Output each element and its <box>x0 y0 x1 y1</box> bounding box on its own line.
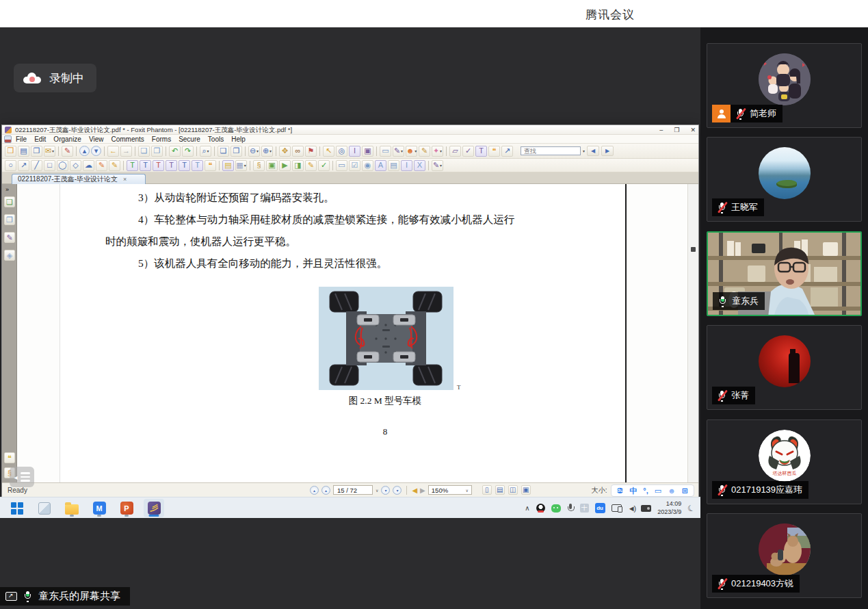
prev-view-icon[interactable]: ❏ <box>218 146 229 157</box>
close-button[interactable]: ✕ <box>690 127 696 133</box>
rect-highlight-icon[interactable]: ▱ <box>449 146 461 157</box>
next-view-button[interactable]: ▶ <box>420 487 425 494</box>
menu-comments[interactable]: Comments <box>111 135 144 143</box>
comment-list-icon[interactable]: ❝ <box>4 452 15 463</box>
squiggly-text-icon[interactable]: T <box>166 160 177 171</box>
radio-field-icon[interactable]: ◉ <box>362 160 373 171</box>
extract-page-icon[interactable]: ❐ <box>151 146 163 157</box>
ime-punctuation-icon[interactable]: °, <box>643 487 648 495</box>
taskbar-clock[interactable]: 14:09 2023/3/9 <box>657 500 681 516</box>
meeting-overlay-handle[interactable]: ◂ <box>10 467 34 487</box>
document-tab[interactable]: 022118207-王茂鑫-毕业设计论文 × <box>12 174 146 184</box>
document-page[interactable]: 3）从动齿轮附近还预留了编码器安装孔。 4）车轮整体与动力轴采用硅胶材质的减震垫… <box>60 184 627 482</box>
pages-panel-icon[interactable]: ❐ <box>4 214 15 225</box>
verify-icon[interactable]: ✓ <box>318 160 330 171</box>
zoom-out-icon[interactable]: ⊖▾ <box>248 146 260 157</box>
find-input[interactable] <box>521 146 581 155</box>
insert-text-icon[interactable]: T <box>192 160 203 171</box>
circle-shape-icon[interactable]: ○ <box>5 160 16 171</box>
typewriter-icon[interactable]: T <box>475 146 487 157</box>
page-number-box[interactable]: 15 / 72 <box>333 485 373 495</box>
push-button-field-icon[interactable]: ▭ <box>336 160 347 171</box>
combo-field-icon[interactable]: A <box>375 160 386 171</box>
start-button[interactable] <box>7 499 27 517</box>
oval-shape-icon[interactable]: ◯ <box>57 160 68 171</box>
next-page-button[interactable]: ▾ <box>381 486 390 495</box>
menu-tools[interactable]: Tools <box>208 135 224 143</box>
select-text-icon[interactable]: I <box>349 146 360 157</box>
search-icon[interactable]: ◎ <box>336 146 347 157</box>
qq-tray-icon[interactable] <box>536 504 545 513</box>
replace-text-icon[interactable]: T <box>179 160 190 171</box>
sticky-note-icon[interactable]: ▤ <box>222 160 234 171</box>
cast-device-tray-icon[interactable] <box>611 504 622 512</box>
cloud-shape-icon[interactable]: ☁ <box>83 160 94 171</box>
undo-icon[interactable]: ↶ <box>169 146 181 157</box>
page-dropdown-icon[interactable]: ∨ <box>376 488 378 493</box>
pattern-icon[interactable]: ▦▾ <box>235 160 247 171</box>
single-page-view-icon[interactable]: ▯ <box>482 485 492 495</box>
bookmark-flag-icon[interactable]: ⚑ <box>305 146 317 157</box>
participant-tile[interactable]: 简老师 <box>707 43 862 128</box>
ime-profile-icon[interactable]: ☻ <box>668 487 676 495</box>
night-mode-icon[interactable]: ☾ <box>686 502 696 514</box>
continuous-view-icon[interactable]: ▤ <box>495 485 505 495</box>
protect-icon[interactable]: ✦▾ <box>432 146 443 157</box>
find-dropdown-icon[interactable]: ▾ <box>583 148 585 153</box>
pdf-window-titlebar[interactable]: 022118207-王茂鑫-毕业设计论文.pdf * - Foxit Phant… <box>2 125 698 135</box>
menu-file[interactable]: File <box>16 135 27 143</box>
participant-tile[interactable]: 王晓军 <box>707 137 862 222</box>
insert-image-icon[interactable]: ▣ <box>266 160 278 171</box>
camera-tray-icon[interactable] <box>641 505 651 512</box>
menu-view[interactable]: View <box>89 135 104 143</box>
x-field-icon[interactable]: X <box>414 160 425 171</box>
page-down-icon[interactable]: ▾ <box>91 146 101 156</box>
ime-mode-chinese-icon[interactable]: 中 <box>629 487 637 495</box>
prev-page-button[interactable]: ▴ <box>321 486 330 495</box>
ime-virtual-keyboard-icon[interactable]: ▭ <box>655 487 661 495</box>
signature-icon[interactable]: ✎ <box>62 146 73 157</box>
rect-shape-icon[interactable]: □ <box>44 160 55 171</box>
tab-close-icon[interactable]: × <box>123 176 127 183</box>
bookmarks-panel-icon[interactable]: ❏ <box>4 196 15 207</box>
zoom-tool-icon[interactable]: ⌕▾ <box>200 146 211 157</box>
menu-edit[interactable]: Edit <box>34 135 46 143</box>
select-tool-icon[interactable]: ↖ <box>323 146 334 157</box>
print-icon[interactable]: ❐ <box>31 146 42 157</box>
cert-sign-icon[interactable]: ✎▾ <box>432 160 443 171</box>
pdf-sign-icon[interactable]: ✎ <box>305 160 317 171</box>
comment-icon[interactable]: ❝ <box>488 146 500 157</box>
taskbar-meeting-app[interactable]: M <box>89 499 109 517</box>
text-field-icon[interactable]: I <box>401 160 412 171</box>
highlighter-icon[interactable]: ✎ <box>109 160 120 171</box>
polygon-shape-icon[interactable]: ◇ <box>70 160 81 171</box>
zoom-level-box[interactable]: 150% ∨ <box>428 485 472 495</box>
attach-file-icon[interactable]: § <box>253 160 265 171</box>
microphone-tray-icon[interactable] <box>567 504 574 513</box>
share-icon[interactable]: ↗ <box>501 146 513 157</box>
menu-forms[interactable]: Forms <box>152 135 171 143</box>
tray-expand-icon[interactable]: ∧ <box>525 504 529 512</box>
list-field-icon[interactable]: ▤ <box>388 160 399 171</box>
find-next-button[interactable]: ▶ <box>601 146 614 156</box>
arrow-shape-icon[interactable]: ↗ <box>18 160 29 171</box>
taskbar-powerpoint[interactable]: P <box>116 499 137 517</box>
next-view-icon[interactable]: ❐ <box>231 146 242 157</box>
insert-video-icon[interactable]: ▶ <box>279 160 291 171</box>
menu-secure[interactable]: Secure <box>179 135 200 143</box>
layers-panel-icon[interactable]: ◈ <box>4 250 15 261</box>
book-view-icon[interactable]: ▣ <box>521 485 531 495</box>
pencil-icon[interactable]: ✎ <box>96 160 107 171</box>
wechat-tray-icon[interactable] <box>551 504 561 513</box>
edit-text-icon[interactable]: ✎▾ <box>393 146 404 157</box>
hand-tool-icon[interactable]: ✥ <box>279 146 291 157</box>
snapshot-icon[interactable]: ▣ <box>362 146 373 157</box>
insert-audio-icon[interactable]: ◨ <box>292 160 304 171</box>
minimize-button[interactable]: – <box>659 127 663 133</box>
zoom-in-icon[interactable]: ⊕▾ <box>261 146 273 157</box>
baidu-ime-bar[interactable]: du中°,▭☻⊞ <box>611 484 694 497</box>
read-mode-icon[interactable]: ∞ <box>292 146 304 157</box>
email-icon[interactable]: ✉▾ <box>44 146 55 157</box>
checkbox-field-icon[interactable]: ☑ <box>349 160 360 171</box>
taskbar-notes-app[interactable] <box>34 499 55 517</box>
